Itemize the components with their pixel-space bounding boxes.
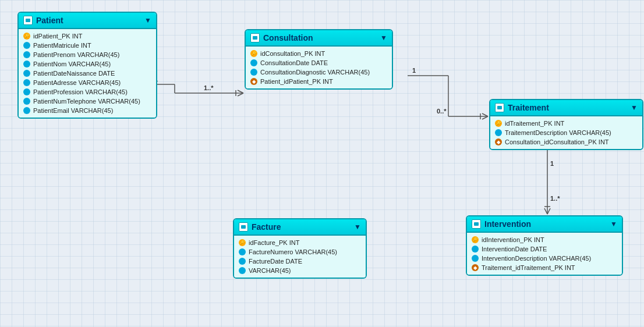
svg-line-12 xyxy=(482,116,488,119)
field-icon xyxy=(23,88,30,95)
field-text: InterventionDate DATE xyxy=(482,246,547,253)
consultation-dropdown-arrow[interactable]: ▼ xyxy=(380,34,387,42)
field-icon xyxy=(239,267,246,274)
field-text: idTraitement_PK INT xyxy=(505,120,564,127)
field-row: ◆ Patient_idPatient_PK INT xyxy=(246,77,392,86)
field-text: idPatient_PK INT xyxy=(33,33,82,40)
field-text: PatientAdresse VARCHAR(45) xyxy=(33,79,121,86)
field-row: InterventionDate DATE xyxy=(467,244,622,254)
traitement-table-icon xyxy=(495,103,504,112)
field-text: Patient_idPatient_PK INT xyxy=(260,78,333,85)
entity-patient-header: Patient ▼ xyxy=(19,13,156,29)
field-icon xyxy=(23,42,30,49)
svg-line-19 xyxy=(547,208,550,214)
traitement-dropdown-arrow[interactable]: ▼ xyxy=(631,104,638,112)
field-text: PatientEmail VARCHAR(45) xyxy=(33,107,113,114)
field-row: PatientNom VARCHAR(45) xyxy=(19,59,156,69)
field-icon xyxy=(239,258,246,265)
field-row: FactureDate DATE xyxy=(234,257,366,266)
svg-text:0..*: 0..* xyxy=(437,108,447,115)
field-row: TraitementDescription VARCHAR(45) xyxy=(490,128,642,137)
svg-text:1: 1 xyxy=(412,67,416,74)
field-row: PatientMatricule INT xyxy=(19,41,156,50)
field-icon xyxy=(23,70,30,77)
entity-intervention-body: 🔑 idIntervention_PK INT InterventionDate… xyxy=(467,233,622,275)
field-icon xyxy=(250,59,257,66)
field-text: ConsultationDate DATE xyxy=(260,59,328,66)
svg-text:1..*: 1..* xyxy=(204,84,214,91)
svg-line-4 xyxy=(238,93,243,96)
entity-traitement-header: Traitement ▼ xyxy=(490,100,642,116)
fk-icon: ◆ xyxy=(472,264,479,271)
entity-facture: Facture ▼ 🔑 idFacture_PK INT FactureNume… xyxy=(233,218,367,279)
entity-traitement-body: 🔑 idTraitement_PK INT TraitementDescript… xyxy=(490,116,642,149)
fk-icon: ◆ xyxy=(250,78,257,85)
field-row: PatientProfession VARCHAR(45) xyxy=(19,87,156,97)
svg-text:1: 1 xyxy=(550,160,554,167)
field-row: 🔑 idTraitement_PK INT xyxy=(490,119,642,128)
intervention-table-icon xyxy=(472,219,481,229)
svg-line-18 xyxy=(544,208,547,214)
entity-traitement-title: Traitement xyxy=(508,103,549,112)
fk-icon: ◆ xyxy=(495,138,502,145)
field-text: idIntervention_PK INT xyxy=(482,236,544,243)
entity-patient-title: Patient xyxy=(36,16,63,25)
facture-dropdown-arrow[interactable]: ▼ xyxy=(354,223,361,231)
field-text: PatientNumTelephone VARCHAR(45) xyxy=(33,98,140,105)
field-text: PatientProfession VARCHAR(45) xyxy=(33,88,128,95)
field-text: TraitementDescription VARCHAR(45) xyxy=(505,129,611,136)
svg-text:1..*: 1..* xyxy=(550,195,560,202)
field-icon xyxy=(23,98,30,105)
field-text: idFacture_PK INT xyxy=(249,239,299,246)
consultation-table-icon xyxy=(250,33,260,42)
field-text: VARCHAR(45) xyxy=(249,267,291,274)
entity-patient-body: 🔑 idPatient_PK INT PatientMatricule INT … xyxy=(19,29,156,118)
entity-consultation-header: Consultation ▼ xyxy=(246,30,392,47)
field-text: FactureDate DATE xyxy=(249,258,302,265)
field-row: ◆ Consultation_idConsultation_PK INT xyxy=(490,137,642,147)
entity-traitement: Traitement ▼ 🔑 idTraitement_PK INT Trait… xyxy=(489,99,643,150)
field-row: VARCHAR(45) xyxy=(234,266,366,275)
field-icon xyxy=(239,248,246,255)
field-icon xyxy=(23,51,30,58)
entity-facture-header: Facture ▼ xyxy=(234,219,366,236)
intervention-dropdown-arrow[interactable]: ▼ xyxy=(610,220,617,228)
entity-consultation: Consultation ▼ 🔑 idConsultation_PK INT C… xyxy=(245,29,393,90)
field-icon xyxy=(23,107,30,114)
entity-patient: Patient ▼ 🔑 idPatient_PK INT PatientMatr… xyxy=(17,12,157,119)
facture-table-icon xyxy=(239,222,248,232)
field-text: PatientDateNaissance DATE xyxy=(33,70,115,77)
field-icon xyxy=(495,129,502,136)
field-icon xyxy=(250,69,257,76)
pk-icon: 🔑 xyxy=(250,50,257,57)
field-row: ConsultationDiagnostic VARCHAR(45) xyxy=(246,67,392,77)
field-row: PatientNumTelephone VARCHAR(45) xyxy=(19,97,156,106)
field-row: FactureNumero VARCHAR(45) xyxy=(234,247,366,257)
field-row: 🔑 idFacture_PK INT xyxy=(234,238,366,247)
field-row: PatientAdresse VARCHAR(45) xyxy=(19,78,156,87)
field-text: PatientNom VARCHAR(45) xyxy=(33,61,111,67)
field-row: ConsultationDate DATE xyxy=(246,58,392,67)
pk-icon: 🔑 xyxy=(472,236,479,243)
entity-consultation-title: Consultation xyxy=(263,33,313,42)
field-icon xyxy=(23,61,30,67)
field-icon xyxy=(23,79,30,86)
pk-icon: 🔑 xyxy=(495,120,502,127)
field-row: 🔑 idConsultation_PK INT xyxy=(246,49,392,58)
pk-icon: 🔑 xyxy=(23,33,30,40)
field-row: InterventionDescription VARCHAR(45) xyxy=(467,254,622,263)
field-icon xyxy=(472,246,479,253)
field-text: FactureNumero VARCHAR(45) xyxy=(249,248,337,255)
patient-dropdown-arrow[interactable]: ▼ xyxy=(144,16,151,24)
entity-intervention-title: Intervention xyxy=(484,219,531,229)
field-text: idConsultation_PK INT xyxy=(260,50,325,57)
entity-intervention: Intervention ▼ 🔑 idIntervention_PK INT I… xyxy=(466,215,623,276)
field-text: PatientPrenom VARCHAR(45) xyxy=(33,51,119,58)
entity-facture-body: 🔑 idFacture_PK INT FactureNumero VARCHAR… xyxy=(234,236,366,278)
field-row: PatientDateNaissance DATE xyxy=(19,69,156,78)
svg-line-11 xyxy=(482,113,488,116)
patient-table-icon xyxy=(23,16,33,25)
field-row: PatientEmail VARCHAR(45) xyxy=(19,106,156,115)
pk-icon: 🔑 xyxy=(239,239,246,246)
field-text: InterventionDescription VARCHAR(45) xyxy=(482,255,591,262)
